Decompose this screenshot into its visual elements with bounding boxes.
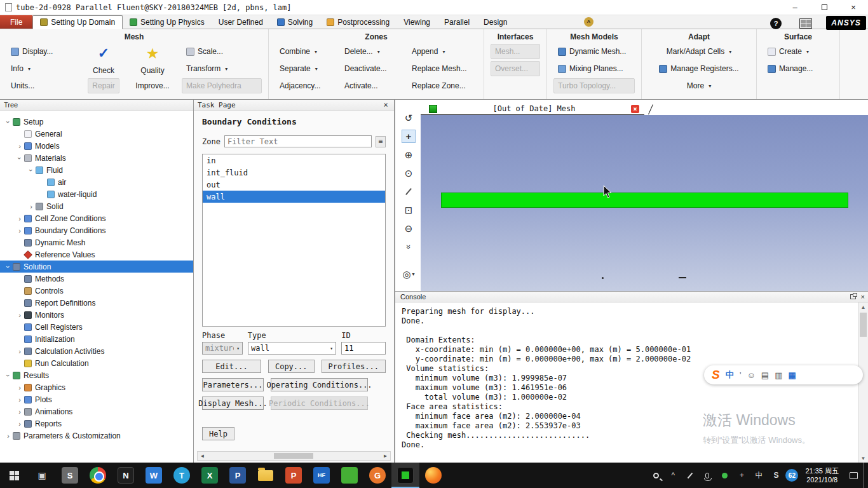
task-page-hscrollbar[interactable]: ◀ ▶ [197,451,391,461]
zone-item-out[interactable]: out [203,179,385,191]
scrollbar-thumb[interactable] [860,313,867,337]
console-close-icon[interactable]: × [861,293,865,301]
adapt-more-button[interactable]: More▾ [682,78,715,93]
scroll-left-icon[interactable]: ◀ [198,452,207,459]
ime-language-indicator[interactable]: 中 [751,463,766,488]
expander-icon[interactable] [15,420,24,428]
tree-item-calculation-activities[interactable]: Calculation Activities [0,345,193,357]
mixing-planes-button[interactable]: Mixing Planes... [553,61,635,76]
taskbar-chrome[interactable] [84,463,112,488]
zones-separate-button[interactable]: Separate▾ [275,61,334,76]
more-tools-chevron-icon[interactable]: » [402,240,416,254]
taskbar-fluent-active[interactable] [391,463,419,488]
type-dropdown[interactable]: wall▾ [248,342,336,355]
mesh-info-button[interactable]: Info▾ [6,61,78,76]
tree-item-solution[interactable]: Solution [0,261,193,273]
sogou-logo-icon[interactable]: S [712,368,720,382]
zones-combine-button[interactable]: Combine▾ [275,44,334,59]
tree-item-controls[interactable]: Controls [0,285,193,297]
restore-panel-icon[interactable] [850,294,856,299]
dynamic-mesh-button[interactable]: Dynamic Mesh... [553,44,635,59]
taskbar-notes-app[interactable]: N [112,463,140,488]
tab-solving[interactable]: Solving [270,15,320,29]
tree-item-parameters-customization[interactable]: Parameters & Customization [0,430,193,442]
tab-design[interactable]: Design [477,15,514,29]
taskbar-wechat[interactable] [336,463,363,488]
tree-item-boundary-conditions[interactable]: Boundary Conditions [0,224,193,236]
pan-icon[interactable]: + [402,130,416,143]
tree-item-water-liquid[interactable]: water-liquid [0,188,193,200]
task-view-button[interactable]: ▣ [28,463,56,488]
tree-item-materials[interactable]: Materials [0,152,193,164]
profiles-button[interactable]: Profiles... [322,360,386,373]
expander-icon[interactable] [4,432,13,440]
operating-conditions-button[interactable]: Operating Conditions... [271,378,368,391]
mesh-check-button[interactable]: ✓Check [84,44,123,76]
mesh-improve-button[interactable]: Improve... [131,78,173,93]
tree-item-air[interactable]: air [0,176,193,188]
taskbar-g-app[interactable]: G [363,463,391,488]
ime-emoji-icon[interactable]: ☺ [747,370,756,380]
scroll-right-icon[interactable]: ▶ [381,452,390,459]
zones-replace-zone-button[interactable]: Replace Zone... [407,78,477,93]
taskbar-pdf-app[interactable]: P [224,463,252,488]
expander-icon[interactable] [15,154,24,162]
expander-icon[interactable] [15,348,24,355]
tab-setting-up-physics[interactable]: Setting Up Physics [123,15,212,29]
tree-item-run-calculation[interactable]: Run Calculation [0,357,193,369]
expander-icon[interactable] [4,372,13,379]
expander-icon[interactable] [27,203,36,210]
ime-chinese-mode-icon[interactable]: 中 [726,369,734,381]
zone-item-wall[interactable]: wall [203,191,385,203]
refresh-view-icon[interactable]: ↺ [402,111,416,125]
tree-item-solid[interactable]: Solid [0,200,193,212]
graphics-canvas[interactable] [421,115,868,291]
tree-item-setup[interactable]: Setup [0,116,193,128]
workspace-layout-icon[interactable] [799,18,812,29]
expander-icon[interactable] [4,118,13,126]
manage-registers-button[interactable]: Manage Registers... [654,61,743,76]
zones-adjacency-button[interactable]: Adjacency... [275,78,334,93]
zone-filter-input[interactable] [224,135,372,147]
expander-icon[interactable] [27,166,36,174]
hidden-icons-chevron[interactable]: ^ [665,463,681,488]
status-green-icon[interactable] [717,463,732,488]
mark-adapt-cells-button[interactable]: Mark/Adapt Cells▾ [662,44,736,59]
expander-icon[interactable] [15,384,24,391]
ime-clipboard-icon[interactable]: ▥ [775,370,782,380]
expander-icon[interactable] [15,311,24,319]
zone-item-in[interactable]: in [203,154,385,166]
task-page-close-icon[interactable]: × [381,100,390,109]
start-button[interactable] [0,463,28,488]
parameters-button[interactable]: Parameters... [202,378,264,391]
display-mesh-button[interactable]: Display Mesh... [202,396,264,410]
orbit-rotate-icon[interactable]: ◎▾ [402,268,416,281]
help-icon[interactable]: ? [770,18,782,29]
expander-icon[interactable] [15,227,24,234]
microphone-tray-icon[interactable] [700,463,715,488]
tab-setting-up-domain[interactable]: Setting Up Domain [32,15,123,29]
expander-icon[interactable] [4,263,13,271]
scroll-up-icon[interactable]: ▲ [858,302,868,311]
tree-item-animations[interactable]: Animations [0,405,193,417]
taskbar-firefox[interactable] [419,463,447,488]
taskbar-clock[interactable]: 21:35 周五 2021/10/8 [800,466,844,484]
show-desktop-button[interactable] [863,463,867,488]
ribbon-collapse-icon[interactable] [584,17,593,27]
taskbar-wechat-work[interactable]: W [140,463,168,488]
taskbar-sogou[interactable]: S [56,463,84,488]
search-people-icon[interactable] [648,463,663,488]
mesh-transform-button[interactable]: Transform▾ [182,61,262,76]
zones-append-button[interactable]: Append▾ [407,44,477,59]
zones-activate-button[interactable]: Activate... [340,78,401,93]
zone-id-field[interactable] [341,342,386,355]
taskbar-excel[interactable]: X [196,463,224,488]
tree-item-general[interactable]: General [0,128,193,140]
mesh-units-button[interactable]: Units... [6,78,78,93]
zoom-out-icon[interactable]: ⊖ [402,222,416,235]
tab-user-defined[interactable]: User Defined [212,15,270,29]
maximize-button[interactable] [810,0,839,15]
ime-toolbox-icon[interactable]: ▦ [788,370,796,380]
mesh-display-button[interactable]: Display... [6,44,78,59]
magnify-icon[interactable]: ⊙ [402,166,416,180]
